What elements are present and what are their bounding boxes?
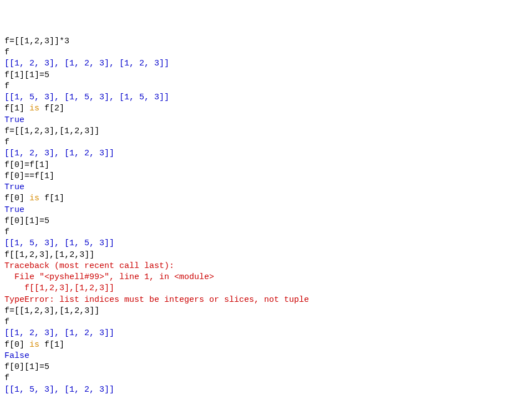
code-token: 1 [54,340,59,350]
shell-line-output: [[1, 5, 3], [1, 5, 3], [1, 5, 3]] [4,92,513,103]
code-token: 1 [24,306,29,316]
shell-line-input: f [4,137,513,148]
code-token: ]= [34,70,44,80]
code-token: ] [19,194,29,203]
code-token: 2 [69,250,74,260]
code-token: 0 [14,340,19,350]
code-token: f[ [4,171,14,181]
code-token: True [4,205,24,215]
shell-line-input: f[0]==f[1] [4,171,513,182]
code-token: [[1, 5, 3], [1, 5, 3], [1, 5, 3]] [4,93,169,102]
shell-line-output: True [4,205,513,216]
shell-line-input: f[[1,2,3],[1,2,3]] [4,250,513,261]
code-token: 1 [14,70,19,80]
code-token: f[ [4,104,14,113]
code-token: 2 [54,104,59,113]
code-token: 1 [64,126,69,136]
code-token: ],[ [44,250,59,260]
code-token: 1 [44,171,49,181]
code-token: 5 [44,70,49,80]
code-token: File "<pyshell#99>", line 1, in <module> [4,272,214,282]
code-token: ]] [89,306,99,316]
code-token: , [29,37,34,46]
code-token: [[1, 2, 3], [1, 2, 3]] [4,328,114,338]
code-token: 3 [44,126,49,136]
code-token: 3 [84,306,89,316]
code-token: ]] [84,250,94,260]
code-token: 2 [74,306,79,316]
code-token: is [29,104,39,113]
code-token: 3 [44,306,49,316]
code-token: f [4,48,9,57]
shell-line-input: f[0]=f[1] [4,160,513,171]
code-token: 1 [29,362,34,372]
shell-line-input: f[1] is f[2] [4,103,513,114]
code-token: ],[ [49,306,64,316]
code-token: 3 [84,126,89,136]
code-token: is [29,340,39,350]
code-token: 1 [24,126,29,136]
code-token: ] [49,171,54,181]
code-token: 1 [59,250,64,260]
code-token: f[ [4,216,14,226]
code-token: 3 [39,250,44,260]
code-token: , [39,126,44,136]
shell-line-output: [[1, 2, 3], [1, 2, 3]] [4,148,513,159]
shell-line-input: f[0][1]=5 [4,216,513,227]
code-token: , [29,126,34,136]
code-token: 2 [34,37,39,46]
code-token: ] [19,340,29,350]
python-shell-output[interactable]: f=[[1,2,3]]*3f[[1, 2, 3], [1, 2, 3], [1,… [4,36,513,396]
shell-line-input: f=[[1,2,3],[1,2,3]] [4,126,513,137]
code-token: f[ [4,340,14,350]
code-token: , [64,250,69,260]
code-token: 0 [14,171,19,181]
code-token: 3 [44,37,49,46]
code-token: f=[[ [4,37,24,46]
shell-line-output: False [4,351,513,362]
code-token: , [39,37,44,46]
code-token: ]= [34,362,44,372]
code-token: 0 [14,362,19,372]
code-token: f[ [39,340,54,350]
code-token: ] [19,104,29,113]
shell-line-error: TypeError: list indices must be integers… [4,295,513,306]
shell-line-output: [[1, 5, 3], [1, 2, 3]] [4,384,513,396]
code-token: , [79,126,84,136]
shell-line-output: [[1, 5, 3], [1, 5, 3]] [4,238,513,249]
shell-line-error: Traceback (most recent call last): [4,261,513,272]
code-token: is [29,194,39,203]
code-token: ]] [89,126,99,136]
code-token: f[[1,2,3],[1,2,3]] [4,284,114,293]
code-token: 5 [44,216,49,226]
code-token: Traceback (most recent call last): [4,261,174,271]
shell-line-input: f[0][1]=5 [4,362,513,373]
shell-line-output: True [4,182,513,193]
code-token: 2 [74,126,79,136]
code-token: 1 [54,194,59,203]
code-token: ][ [19,70,29,80]
shell-line-error: f[[1,2,3],[1,2,3]] [4,283,513,294]
code-token: f[ [4,194,14,203]
shell-line-input: f[0] is f[1] [4,340,513,351]
code-token: f [4,138,9,147]
code-token: 2 [34,306,39,316]
code-token: ] [59,340,64,350]
code-token: [[1, 2, 3], [1, 2, 3], [1, 2, 3]] [4,59,169,68]
code-token: ],[ [49,126,64,136]
code-token: f [4,227,9,237]
code-token: f[ [39,194,54,203]
code-token: 0 [14,160,19,170]
code-token: f[[ [4,250,19,260]
shell-line-output: [[1, 2, 3], [1, 2, 3], [1, 2, 3]] [4,58,513,69]
code-token: 0 [14,194,19,203]
shell-line-input: f [4,81,513,92]
code-token: True [4,183,24,192]
code-token: [[1, 5, 3], [1, 5, 3]] [4,239,114,248]
code-token: ][ [19,362,29,372]
code-token: , [69,126,74,136]
code-token: 1 [29,70,34,80]
code-token: f [4,373,9,383]
code-token: [[1, 5, 3], [1, 2, 3]] [4,385,114,394]
shell-line-output: [[1, 2, 3], [1, 2, 3]] [4,328,513,339]
